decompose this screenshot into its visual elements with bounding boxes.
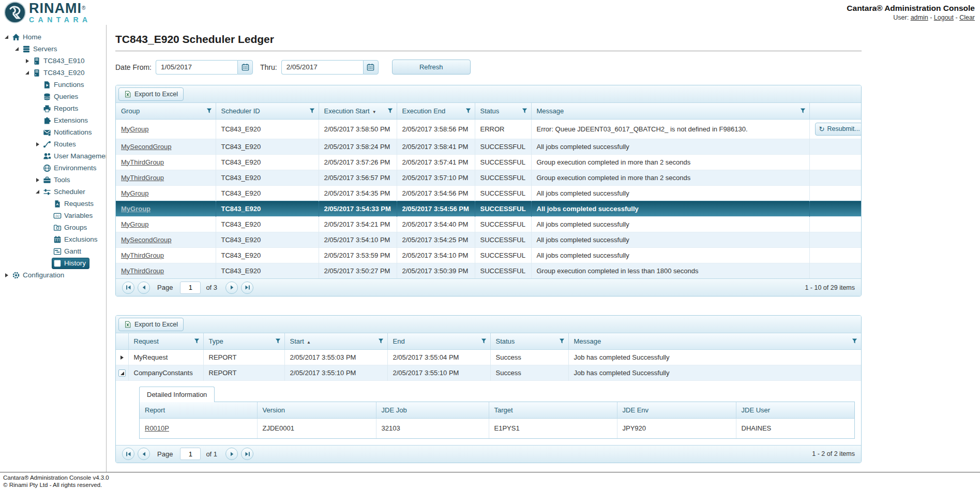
request-row[interactable]: CompanyConstantsREPORT2/05/2017 3:55:10 … <box>116 365 861 380</box>
group-link[interactable]: MyThirdGroup <box>121 174 164 182</box>
expander-collapsed-icon[interactable] <box>34 178 41 182</box>
ledger-row[interactable]: MyThirdGroupTC843_E9202/05/2017 3:53:59 … <box>116 247 861 263</box>
thru-input[interactable] <box>281 60 363 75</box>
tab-detailed-information[interactable]: Detailed Information <box>139 387 215 402</box>
sidebar-item-tc843-e920[interactable]: TC843_E920 <box>0 67 106 79</box>
column-header-status[interactable]: Status <box>490 333 568 349</box>
sidebar-item-history[interactable]: History <box>0 257 106 269</box>
sidebar-item-tc843-e910[interactable]: TC843_E910 <box>0 55 106 67</box>
resubmit-button[interactable]: ↻Resubmit... <box>815 123 862 136</box>
first-page-button[interactable] <box>122 281 134 294</box>
column-header-execution-end[interactable]: Execution End <box>397 103 475 119</box>
expander-collapsed-icon[interactable] <box>23 59 31 63</box>
sidebar-item-configuration[interactable]: Configuration <box>0 269 106 281</box>
sidebar-item-queries[interactable]: Queries <box>0 91 106 102</box>
column-header-message[interactable]: Message <box>531 103 809 119</box>
user-name-link[interactable]: admin <box>911 14 928 21</box>
ledger-row[interactable]: MyGroupTC843_E9202/05/2017 3:54:35 PM2/0… <box>116 185 861 201</box>
filter-funnel-icon[interactable] <box>378 338 384 344</box>
report-link[interactable]: R0010P <box>145 424 169 432</box>
thru-calendar-button[interactable] <box>363 60 379 75</box>
ledger-row[interactable]: MyGroupTC843_E9202/05/2017 3:54:21 PM2/0… <box>116 216 861 232</box>
filter-funnel-icon[interactable] <box>852 338 857 344</box>
ledger-row[interactable]: MySecondGroupTC843_E9202/05/2017 3:54:10… <box>116 232 861 247</box>
expand-row-button[interactable] <box>120 355 124 360</box>
group-link[interactable]: MyThirdGroup <box>121 267 164 275</box>
sidebar-item-requests[interactable]: Requests <box>0 198 106 210</box>
ledger-row[interactable]: MySecondGroupTC843_E9202/05/2017 3:58:24… <box>116 139 861 154</box>
page-number-input[interactable] <box>180 448 201 460</box>
date-from-calendar-button[interactable] <box>237 60 253 75</box>
filter-funnel-icon[interactable] <box>559 338 565 344</box>
filter-funnel-icon[interactable] <box>275 338 281 344</box>
column-header-scheduler-id[interactable]: Scheduler ID <box>216 103 319 119</box>
sidebar-item-extensions[interactable]: Extensions <box>0 114 106 126</box>
first-page-button[interactable] <box>122 448 134 460</box>
sidebar-item-notifications[interactable]: Notifications <box>0 126 106 138</box>
filter-funnel-icon[interactable] <box>206 108 212 114</box>
ledger-row[interactable]: MyGroupTC843_E9202/05/2017 3:54:33 PM2/0… <box>116 201 861 216</box>
sidebar-item-groups[interactable]: Groups <box>0 221 106 233</box>
clear-link[interactable]: Clear <box>959 14 975 21</box>
filter-funnel-icon[interactable] <box>800 108 806 114</box>
last-page-button[interactable] <box>241 281 253 294</box>
column-header-message[interactable]: Message <box>568 333 861 349</box>
sidebar-item-environments[interactable]: Environments <box>0 162 106 174</box>
sidebar-item-variables[interactable]: (x)Variables <box>0 210 106 221</box>
expander-collapsed-icon[interactable] <box>3 273 10 277</box>
sidebar-item-reports[interactable]: Reports <box>0 102 106 114</box>
ledger-row[interactable]: MyGroupTC843_E9202/05/2017 3:58:50 PM2/0… <box>116 119 861 139</box>
export-to-excel-button[interactable]: Export to Excel <box>118 87 184 101</box>
sidebar-item-scheduler[interactable]: Scheduler <box>0 186 106 198</box>
group-link[interactable]: MyThirdGroup <box>121 251 164 259</box>
group-link[interactable]: MyThirdGroup <box>121 158 164 166</box>
sidebar-item-gantt[interactable]: Gantt <box>0 245 106 257</box>
column-header-type[interactable]: Type <box>203 333 284 349</box>
sidebar-item-tools[interactable]: Tools <box>0 174 106 186</box>
ledger-row[interactable]: MyThirdGroupTC843_E9202/05/2017 3:50:27 … <box>116 263 861 278</box>
request-row[interactable]: MyRequestREPORT2/05/2017 3:55:03 PM2/05/… <box>116 349 861 365</box>
previous-page-button[interactable] <box>138 448 150 460</box>
logout-link[interactable]: Logout <box>934 14 954 21</box>
group-link[interactable]: MyGroup <box>121 205 150 213</box>
filter-funnel-icon[interactable] <box>522 108 527 114</box>
last-page-button[interactable] <box>241 448 253 460</box>
sidebar-item-home[interactable]: Home <box>0 31 106 43</box>
filter-funnel-icon[interactable] <box>309 108 315 114</box>
sidebar-item-routes[interactable]: Routes <box>0 138 106 150</box>
sidebar-item-functions[interactable]: Functions <box>0 79 106 91</box>
expander-collapsed-icon[interactable] <box>34 142 41 146</box>
next-page-button[interactable] <box>225 448 238 460</box>
filter-funnel-icon[interactable] <box>465 108 471 114</box>
previous-page-button[interactable] <box>138 281 150 294</box>
column-header-end[interactable]: End <box>387 333 490 349</box>
date-from-input[interactable] <box>156 60 237 75</box>
column-header-status[interactable]: Status <box>475 103 531 119</box>
refresh-button[interactable]: Refresh <box>392 60 471 75</box>
column-header-start[interactable]: Start▲ <box>284 333 387 349</box>
expander-expanded-icon[interactable] <box>23 71 31 75</box>
sidebar-item-user-management[interactable]: User Management <box>0 150 106 162</box>
column-header-group[interactable]: Group <box>116 103 216 119</box>
group-link[interactable]: MySecondGroup <box>121 143 172 151</box>
column-header-execution-start[interactable]: Execution Start▼ <box>319 103 397 119</box>
group-link[interactable]: MyGroup <box>121 189 148 197</box>
expander-expanded-icon[interactable] <box>3 35 10 39</box>
group-link[interactable]: MySecondGroup <box>121 236 172 244</box>
filter-funnel-icon[interactable] <box>194 338 200 344</box>
export-to-excel-button[interactable]: Export to Excel <box>118 318 184 331</box>
page-number-input[interactable] <box>180 281 201 294</box>
filter-funnel-icon[interactable] <box>481 338 487 344</box>
group-link[interactable]: MyGroup <box>121 220 148 228</box>
collapse-row-button[interactable] <box>118 369 126 377</box>
filter-funnel-icon[interactable] <box>387 108 393 114</box>
group-link[interactable]: MyGroup <box>121 125 148 133</box>
next-page-button[interactable] <box>225 281 238 294</box>
sidebar-item-exclusions[interactable]: Exclusions <box>0 233 106 245</box>
column-header-request[interactable]: Request <box>128 333 203 349</box>
ledger-row[interactable]: MyThirdGroupTC843_E9202/05/2017 3:57:26 … <box>116 154 861 170</box>
sidebar-item-servers[interactable]: Servers <box>0 43 106 55</box>
expander-expanded-icon[interactable] <box>34 190 41 194</box>
ledger-row[interactable]: MyThirdGroupTC843_E9202/05/2017 3:56:57 … <box>116 170 861 185</box>
expander-expanded-icon[interactable] <box>13 47 21 51</box>
